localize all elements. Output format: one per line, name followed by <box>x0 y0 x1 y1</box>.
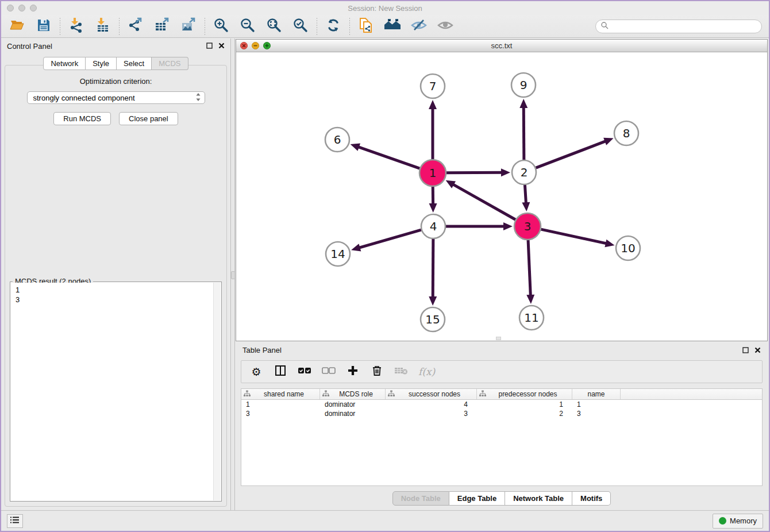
column-header-shared-name[interactable]: shared name <box>241 389 320 399</box>
column-label: MCDS role <box>329 390 383 398</box>
delete-table-button <box>394 364 408 379</box>
graph-edge-1-6[interactable] <box>357 147 419 168</box>
graph-edge-4-15[interactable] <box>433 239 433 298</box>
column-header-predecessor-nodes[interactable]: predecessor nodes <box>477 389 572 399</box>
zoom-out-button[interactable] <box>238 17 257 36</box>
run-mcds-button[interactable]: Run MCDS <box>53 112 111 125</box>
close-panel-icon[interactable] <box>218 41 225 51</box>
search-input[interactable] <box>609 22 757 30</box>
canvas-grip[interactable] <box>496 337 501 340</box>
column-header-MCDS-role[interactable]: MCDS role <box>320 389 386 399</box>
tab-mcds[interactable]: MCDS <box>152 57 188 70</box>
criterion-select[interactable]: strongly connected component <box>27 91 205 104</box>
mcds-result-list[interactable]: 13 <box>11 283 213 500</box>
column-header-name[interactable]: name <box>572 389 621 399</box>
table-row[interactable]: 3dominator323 <box>241 409 762 418</box>
float-panel-icon[interactable] <box>206 41 213 51</box>
select-all-button[interactable] <box>298 364 311 379</box>
table-cell[interactable]: dominator <box>320 400 386 409</box>
network-canvas[interactable]: 7968124314101511 <box>236 53 767 341</box>
graph-edge-1-2[interactable] <box>446 172 503 173</box>
table-cell[interactable]: 3 <box>386 409 477 418</box>
result-scrollbar[interactable] <box>213 283 221 500</box>
network-graph: 7968124314101511 <box>236 53 767 341</box>
graph-edge-4-14[interactable] <box>359 230 421 248</box>
graph-edge-3-11[interactable] <box>528 240 530 296</box>
deselect-all-button[interactable] <box>322 364 336 379</box>
export-table-button[interactable] <box>153 17 171 36</box>
add-column-button[interactable] <box>346 364 360 379</box>
node-label: 11 <box>524 311 538 325</box>
clone-network-button[interactable] <box>357 17 375 36</box>
zoom-selected-button[interactable] <box>291 17 310 36</box>
toolbar-separator <box>205 18 205 35</box>
gear-icon: ⚙ <box>251 367 261 377</box>
graph-edge-2-9[interactable] <box>523 106 524 160</box>
column-header-successor-nodes[interactable]: successor nodes <box>386 389 477 399</box>
network-window-titlebar[interactable]: scc.txt <box>236 40 767 52</box>
zoom-in-button[interactable] <box>212 17 230 36</box>
tab-style[interactable]: Style <box>86 57 117 70</box>
close-panel-button[interactable]: Close panel <box>119 112 178 125</box>
tab-select[interactable]: Select <box>117 57 152 70</box>
panel-divider[interactable] <box>232 38 235 510</box>
graph-edge-2-3[interactable] <box>525 185 526 204</box>
column-label: predecessor nodes <box>486 390 569 398</box>
table-cell[interactable]: 3 <box>572 409 621 418</box>
hierarchy-icon <box>479 390 486 399</box>
export-image-button[interactable] <box>179 17 198 36</box>
table-cell[interactable]: 2 <box>477 409 572 418</box>
tab-motifs[interactable]: Motifs <box>572 491 611 506</box>
delete-column-button[interactable] <box>370 364 384 379</box>
network-minimize-button[interactable] <box>252 42 259 49</box>
table-cell[interactable]: dominator <box>320 409 386 418</box>
table-cell[interactable]: 3 <box>241 409 320 418</box>
tab-network[interactable]: Network <box>43 57 86 70</box>
result-item: 1 <box>16 285 209 295</box>
status-bar: Memory <box>1 510 769 531</box>
table-cell[interactable]: 1 <box>572 400 621 409</box>
graph-edge-3-10[interactable] <box>541 229 607 244</box>
table-cell[interactable]: 4 <box>386 400 477 409</box>
tab-edge-table[interactable]: Edge Table <box>449 491 505 506</box>
hide-selected-button[interactable] <box>410 17 428 36</box>
tab-node-table[interactable]: Node Table <box>392 491 449 506</box>
float-table-panel-icon[interactable] <box>742 345 749 356</box>
tab-network-table[interactable]: Network Table <box>505 491 572 506</box>
hierarchy-icon <box>322 390 329 399</box>
network-maximize-button[interactable] <box>263 42 271 49</box>
open-session-button[interactable] <box>8 17 26 36</box>
import-table-button[interactable] <box>94 17 112 36</box>
refresh-button[interactable] <box>324 17 342 36</box>
table-settings-button[interactable]: ⚙ <box>249 364 263 379</box>
export-network-button[interactable] <box>126 17 145 36</box>
node-label: 1 <box>429 166 437 180</box>
table-row[interactable]: 1dominator411 <box>241 400 762 409</box>
close-table-panel-icon[interactable] <box>754 345 761 356</box>
graph-edge-3-1[interactable] <box>452 184 515 219</box>
edge-arrowhead <box>519 99 528 108</box>
edge-arrowhead <box>351 244 361 251</box>
search-field[interactable] <box>595 20 762 33</box>
column-label: shared name <box>251 390 317 398</box>
memory-button[interactable]: Memory <box>713 514 763 529</box>
node-label: 8 <box>623 126 630 140</box>
node-label: 4 <box>430 219 437 233</box>
trash-icon <box>372 365 382 379</box>
import-network-button[interactable] <box>67 17 86 36</box>
zoom-fit-button[interactable] <box>265 17 283 36</box>
divider-grip[interactable] <box>231 271 235 279</box>
table-header-row: shared nameMCDS rolesuccessor nodesprede… <box>241 389 762 400</box>
graph-edge-2-8[interactable] <box>536 141 607 168</box>
edge-arrowhead <box>429 100 437 109</box>
eye-icon <box>437 17 454 36</box>
save-session-button[interactable] <box>34 17 53 36</box>
table-cell[interactable]: 1 <box>477 400 572 409</box>
edge-arrowhead <box>503 222 513 230</box>
table-cell[interactable]: 1 <box>241 400 320 409</box>
task-history-button[interactable] <box>7 514 23 528</box>
home-networks-button[interactable] <box>383 17 402 36</box>
network-close-button[interactable] <box>240 42 248 49</box>
show-all-button[interactable] <box>436 17 455 36</box>
column-selector-button[interactable] <box>274 364 287 379</box>
